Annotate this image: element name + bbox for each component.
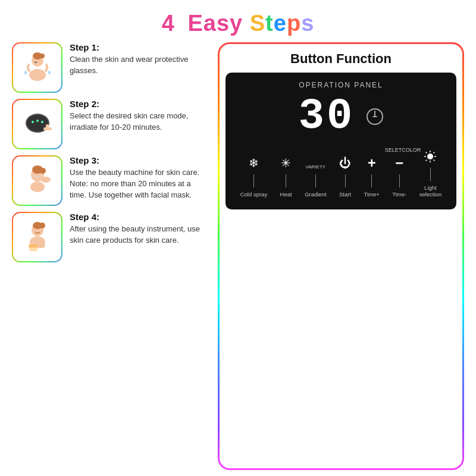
- time-plus-button[interactable]: + Time+: [364, 155, 380, 198]
- step-2-label: Step 2:: [70, 99, 208, 109]
- step-4-text: Step 4: After using the beauty instrumen…: [70, 212, 208, 246]
- step-3-image: [12, 155, 62, 206]
- svg-line-31: [434, 160, 435, 161]
- svg-point-25: [427, 154, 433, 159]
- svg-point-17: [41, 177, 51, 183]
- svg-point-4: [24, 71, 27, 74]
- title-steps: Steps: [243, 11, 314, 36]
- plus-icon: +: [368, 155, 376, 171]
- power-icon: ⏻: [339, 155, 351, 171]
- step-2-text: Step 2: Select the desired skin care mod…: [70, 99, 208, 133]
- svg-point-16: [40, 168, 46, 174]
- step-1-image: [12, 42, 62, 93]
- panel-card: Button Function OPERATION PANEL 30 ❄ Co: [218, 42, 464, 470]
- step-4-desc: After using the beauty instrument, use s…: [70, 224, 208, 246]
- btn-line-6: [399, 174, 400, 187]
- step-2-image: [12, 99, 62, 149]
- step-4-image: [12, 212, 62, 262]
- svg-line-30: [426, 152, 427, 154]
- title-easy: Easy: [181, 11, 243, 36]
- step-3-block: Step 3: Use the beauty machine for skin …: [12, 155, 208, 206]
- time-minus-button[interactable]: SELETCOLOR − Time-: [392, 155, 406, 198]
- cold-spray-label: Cold spray: [240, 191, 267, 198]
- step-1-desc: Clean the skin and wear protective glass…: [70, 54, 208, 77]
- btn-line-2: [286, 174, 286, 187]
- sun-icon: ✳: [281, 155, 291, 171]
- snowflake-icon: ❄: [249, 155, 259, 171]
- svg-point-12: [41, 121, 43, 123]
- step-2-block: Step 2: Select the desired skin care mod…: [12, 99, 208, 149]
- btn-line-3: [315, 174, 316, 187]
- light-icon: [424, 149, 437, 164]
- btn-line-1: [253, 174, 254, 187]
- step-3-desc: Use the beauty machine for skin care. No…: [70, 167, 208, 201]
- operation-panel: OPERATION PANEL 30 ❄ Cold spray: [226, 73, 456, 209]
- step-1-label: Step 1:: [70, 42, 208, 52]
- step-3-label: Step 3:: [70, 155, 208, 165]
- step-3-text: Step 3: Use the beauty machine for skin …: [70, 155, 208, 201]
- svg-point-21: [39, 223, 45, 228]
- op-panel-label: OPERATION PANEL: [231, 81, 450, 89]
- minus-icon: −: [395, 155, 403, 171]
- svg-point-11: [36, 120, 39, 122]
- gradient-label: Gradient: [305, 191, 326, 198]
- step-1-text: Step 1: Clean the skin and wear protecti…: [70, 42, 208, 77]
- start-label: Start: [339, 191, 351, 198]
- svg-point-14: [30, 181, 45, 192]
- light-selection-button[interactable]: Light selection: [419, 149, 442, 198]
- svg-point-24: [37, 243, 45, 248]
- step-1-block: Step 1: Clean the skin and wear protecti…: [12, 42, 208, 93]
- svg-point-5: [48, 71, 51, 74]
- time-plus-label: Time+: [364, 191, 380, 198]
- svg-point-10: [32, 121, 34, 123]
- cold-spray-button[interactable]: ❄ Cold spray: [240, 155, 267, 198]
- heat-button[interactable]: ✳ Heat: [280, 155, 292, 198]
- start-button[interactable]: ⏻ Start: [339, 155, 351, 198]
- gradient-button[interactable]: VARIETY Gradient: [305, 164, 326, 198]
- btn-line-4: [345, 174, 346, 187]
- title-number: 4: [162, 11, 175, 36]
- step-4-block: Step 4: After using the beauty instrumen…: [12, 212, 208, 262]
- btn-line-7: [430, 168, 431, 181]
- step-4-label: Step 4:: [70, 212, 208, 222]
- svg-line-33: [426, 160, 427, 161]
- steps-column: Step 1: Clean the skin and wear protecti…: [12, 42, 208, 470]
- light-selection-label: Light selection: [419, 184, 442, 198]
- panel-column: Button Function OPERATION PANEL 30 ❄ Co: [218, 42, 464, 470]
- seletcolor-label: SELETCOLOR: [385, 147, 421, 153]
- op-buttons-row: ❄ Cold spray ✳ Heat VARIETY: [231, 149, 450, 198]
- svg-point-1: [29, 69, 46, 81]
- variety-label: VARIETY: [306, 164, 326, 170]
- op-display-row: 30: [231, 95, 450, 138]
- svg-point-3: [40, 54, 45, 58]
- digit-display: 30: [299, 95, 355, 138]
- clock-icon: [367, 108, 383, 125]
- page-title: 4 Easy Steps: [162, 11, 315, 36]
- panel-title: Button Function: [290, 51, 392, 67]
- svg-rect-9: [46, 124, 49, 129]
- step-2-desc: Select the desired skin care mode, irrad…: [70, 111, 208, 133]
- heat-label: Heat: [280, 191, 292, 198]
- btn-line-5: [371, 174, 372, 187]
- time-minus-label: Time-: [392, 191, 406, 198]
- svg-line-32: [434, 152, 435, 154]
- svg-rect-23: [29, 245, 38, 248]
